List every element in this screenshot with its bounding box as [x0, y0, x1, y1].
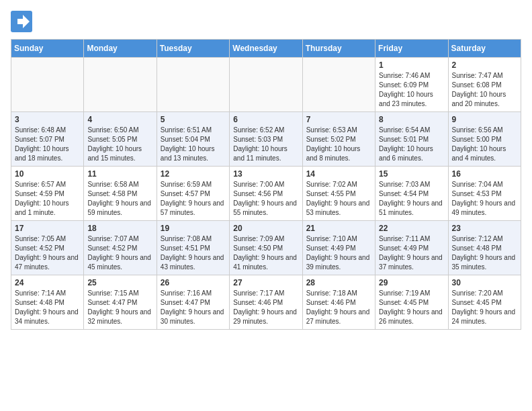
day-number: 14: [306, 169, 371, 179]
calendar-week-2: 10Sunrise: 6:57 AM Sunset: 4:59 PM Dayli…: [11, 167, 521, 221]
day-number: 28: [306, 278, 371, 287]
day-info: Sunrise: 7:16 AM Sunset: 4:47 PM Dayligh…: [161, 289, 226, 326]
calendar-week-4: 24Sunrise: 7:14 AM Sunset: 4:48 PM Dayli…: [11, 275, 521, 330]
calendar-cell: 18Sunrise: 7:07 AM Sunset: 4:52 PM Dayli…: [84, 221, 157, 275]
calendar-cell: 13Sunrise: 7:00 AM Sunset: 4:56 PM Dayli…: [230, 167, 302, 221]
day-info: Sunrise: 7:14 AM Sunset: 4:48 PM Dayligh…: [15, 289, 80, 326]
calendar-week-3: 17Sunrise: 7:05 AM Sunset: 4:52 PM Dayli…: [11, 221, 521, 275]
day-info: Sunrise: 7:11 AM Sunset: 4:49 PM Dayligh…: [379, 234, 444, 272]
day-number: 9: [452, 115, 517, 124]
day-number: 20: [233, 224, 298, 233]
day-number: 21: [306, 224, 371, 233]
calendar-cell: 23Sunrise: 7:12 AM Sunset: 4:48 PM Dayli…: [448, 221, 521, 275]
day-info: Sunrise: 7:20 AM Sunset: 4:45 PM Dayligh…: [452, 289, 517, 326]
day-info: Sunrise: 6:56 AM Sunset: 5:00 PM Dayligh…: [452, 126, 517, 163]
day-info: Sunrise: 6:50 AM Sunset: 5:05 PM Dayligh…: [87, 126, 152, 163]
day-number: 4: [87, 115, 152, 124]
day-info: Sunrise: 6:59 AM Sunset: 4:57 PM Dayligh…: [161, 180, 226, 218]
day-info: Sunrise: 7:15 AM Sunset: 4:47 PM Dayligh…: [87, 289, 152, 326]
day-info: Sunrise: 7:00 AM Sunset: 4:56 PM Dayligh…: [233, 180, 298, 218]
day-number: 13: [233, 169, 298, 179]
day-info: Sunrise: 6:53 AM Sunset: 5:02 PM Dayligh…: [306, 126, 371, 163]
day-info: Sunrise: 7:07 AM Sunset: 4:52 PM Dayligh…: [87, 234, 152, 272]
calendar-cell: 2Sunrise: 7:47 AM Sunset: 6:08 PM Daylig…: [448, 58, 521, 112]
day-number: 10: [15, 169, 80, 179]
calendar-cell: 28Sunrise: 7:18 AM Sunset: 4:46 PM Dayli…: [302, 275, 375, 330]
header: [11, 11, 521, 32]
calendar-cell: 19Sunrise: 7:08 AM Sunset: 4:51 PM Dayli…: [157, 221, 229, 275]
day-number: 8: [379, 115, 444, 124]
col-header-monday: Monday: [84, 40, 157, 58]
calendar-cell: 20Sunrise: 7:09 AM Sunset: 4:50 PM Dayli…: [230, 221, 302, 275]
logo-icon: [11, 11, 32, 32]
day-number: 29: [379, 278, 444, 287]
calendar-cell: 25Sunrise: 7:15 AM Sunset: 4:47 PM Dayli…: [84, 275, 157, 330]
calendar-cell: [84, 58, 157, 112]
col-header-sunday: Sunday: [11, 40, 84, 58]
day-number: 24: [15, 278, 80, 287]
day-info: Sunrise: 6:48 AM Sunset: 5:07 PM Dayligh…: [15, 126, 80, 163]
calendar-cell: 14Sunrise: 7:02 AM Sunset: 4:55 PM Dayli…: [302, 167, 375, 221]
calendar-header-row: SundayMondayTuesdayWednesdayThursdayFrid…: [11, 40, 521, 58]
day-info: Sunrise: 6:58 AM Sunset: 4:58 PM Dayligh…: [87, 180, 152, 218]
day-number: 6: [233, 115, 298, 124]
day-info: Sunrise: 7:47 AM Sunset: 6:08 PM Dayligh…: [452, 71, 517, 109]
day-number: 7: [306, 115, 371, 124]
calendar-cell: 22Sunrise: 7:11 AM Sunset: 4:49 PM Dayli…: [375, 221, 448, 275]
calendar-cell: 5Sunrise: 6:51 AM Sunset: 5:04 PM Daylig…: [157, 112, 229, 167]
day-info: Sunrise: 7:12 AM Sunset: 4:48 PM Dayligh…: [452, 234, 517, 272]
day-number: 5: [161, 115, 226, 124]
calendar-cell: 7Sunrise: 6:53 AM Sunset: 5:02 PM Daylig…: [302, 112, 375, 167]
day-info: Sunrise: 7:18 AM Sunset: 4:46 PM Dayligh…: [306, 289, 371, 326]
calendar-cell: 1Sunrise: 7:46 AM Sunset: 6:09 PM Daylig…: [375, 58, 448, 112]
day-number: 30: [452, 278, 517, 287]
calendar-cell: 4Sunrise: 6:50 AM Sunset: 5:05 PM Daylig…: [84, 112, 157, 167]
calendar-cell: [302, 58, 375, 112]
logo: [11, 11, 35, 32]
day-info: Sunrise: 7:02 AM Sunset: 4:55 PM Dayligh…: [306, 180, 371, 218]
calendar-cell: [11, 58, 84, 112]
calendar-cell: [157, 58, 229, 112]
calendar-cell: 8Sunrise: 6:54 AM Sunset: 5:01 PM Daylig…: [375, 112, 448, 167]
calendar-cell: 24Sunrise: 7:14 AM Sunset: 4:48 PM Dayli…: [11, 275, 84, 330]
day-info: Sunrise: 7:46 AM Sunset: 6:09 PM Dayligh…: [379, 71, 444, 109]
calendar-cell: 30Sunrise: 7:20 AM Sunset: 4:45 PM Dayli…: [448, 275, 521, 330]
calendar-cell: 10Sunrise: 6:57 AM Sunset: 4:59 PM Dayli…: [11, 167, 84, 221]
calendar-cell: 15Sunrise: 7:03 AM Sunset: 4:54 PM Dayli…: [375, 167, 448, 221]
calendar-cell: 16Sunrise: 7:04 AM Sunset: 4:53 PM Dayli…: [448, 167, 521, 221]
day-number: 15: [379, 169, 444, 179]
day-number: 11: [87, 169, 152, 179]
day-number: 27: [233, 278, 298, 287]
day-number: 17: [15, 224, 80, 233]
col-header-thursday: Thursday: [302, 40, 375, 58]
calendar-cell: 17Sunrise: 7:05 AM Sunset: 4:52 PM Dayli…: [11, 221, 84, 275]
calendar-cell: 6Sunrise: 6:52 AM Sunset: 5:03 PM Daylig…: [230, 112, 302, 167]
col-header-friday: Friday: [375, 40, 448, 58]
day-info: Sunrise: 7:04 AM Sunset: 4:53 PM Dayligh…: [452, 180, 517, 218]
calendar-cell: 11Sunrise: 6:58 AM Sunset: 4:58 PM Dayli…: [84, 167, 157, 221]
day-number: 3: [15, 115, 80, 124]
day-info: Sunrise: 6:52 AM Sunset: 5:03 PM Dayligh…: [233, 126, 298, 163]
calendar-cell: 9Sunrise: 6:56 AM Sunset: 5:00 PM Daylig…: [448, 112, 521, 167]
calendar-cell: 12Sunrise: 6:59 AM Sunset: 4:57 PM Dayli…: [157, 167, 229, 221]
day-number: 23: [452, 224, 517, 233]
day-info: Sunrise: 7:03 AM Sunset: 4:54 PM Dayligh…: [379, 180, 444, 218]
calendar-week-0: 1Sunrise: 7:46 AM Sunset: 6:09 PM Daylig…: [11, 58, 521, 112]
day-info: Sunrise: 7:19 AM Sunset: 4:45 PM Dayligh…: [379, 289, 444, 326]
day-info: Sunrise: 7:09 AM Sunset: 4:50 PM Dayligh…: [233, 234, 298, 272]
calendar-cell: 27Sunrise: 7:17 AM Sunset: 4:46 PM Dayli…: [230, 275, 302, 330]
col-header-wednesday: Wednesday: [230, 40, 302, 58]
day-number: 22: [379, 224, 444, 233]
day-info: Sunrise: 6:54 AM Sunset: 5:01 PM Dayligh…: [379, 126, 444, 163]
calendar-cell: 29Sunrise: 7:19 AM Sunset: 4:45 PM Dayli…: [375, 275, 448, 330]
day-info: Sunrise: 7:10 AM Sunset: 4:49 PM Dayligh…: [306, 234, 371, 272]
day-number: 2: [452, 60, 517, 70]
calendar-cell: 21Sunrise: 7:10 AM Sunset: 4:49 PM Dayli…: [302, 221, 375, 275]
day-info: Sunrise: 6:57 AM Sunset: 4:59 PM Dayligh…: [15, 180, 80, 218]
calendar-week-1: 3Sunrise: 6:48 AM Sunset: 5:07 PM Daylig…: [11, 112, 521, 167]
day-info: Sunrise: 7:08 AM Sunset: 4:51 PM Dayligh…: [161, 234, 226, 272]
day-number: 25: [87, 278, 152, 287]
day-info: Sunrise: 7:17 AM Sunset: 4:46 PM Dayligh…: [233, 289, 298, 326]
col-header-saturday: Saturday: [448, 40, 521, 58]
calendar-cell: 26Sunrise: 7:16 AM Sunset: 4:47 PM Dayli…: [157, 275, 229, 330]
